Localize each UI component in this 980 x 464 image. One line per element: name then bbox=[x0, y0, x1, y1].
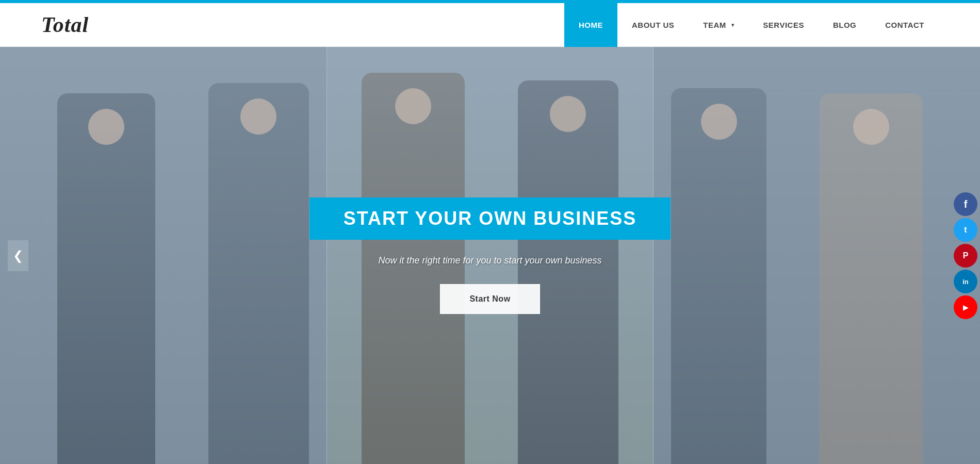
nav-item-blog[interactable]: BLOG bbox=[819, 3, 871, 47]
nav-item-about[interactable]: ABOUT US bbox=[617, 3, 689, 47]
facebook-button[interactable]: f bbox=[954, 192, 977, 216]
prev-slide-button[interactable]: ❮ bbox=[8, 240, 28, 271]
person-figure-5 bbox=[671, 88, 766, 464]
person-figure-2 bbox=[208, 83, 309, 464]
nav-item-contact[interactable]: CONTACT bbox=[871, 3, 939, 47]
pinterest-icon: P bbox=[963, 251, 969, 260]
linkedin-button[interactable]: in bbox=[954, 270, 977, 293]
linkedin-icon: in bbox=[962, 278, 969, 286]
hero-cta-button[interactable]: Start Now bbox=[440, 284, 540, 314]
chevron-left-icon: ❮ bbox=[13, 248, 23, 263]
facebook-icon: f bbox=[964, 198, 968, 210]
site-logo[interactable]: Total bbox=[41, 12, 89, 37]
youtube-icon: ▶ bbox=[963, 303, 969, 311]
hero-content: START YOUR OWN BUSINESS Now it the right… bbox=[309, 197, 671, 314]
youtube-button[interactable]: ▶ bbox=[954, 295, 977, 319]
site-header: Total HOME ABOUT US TEAM ▾ SERVICES BLOG… bbox=[0, 3, 980, 47]
main-nav: HOME ABOUT US TEAM ▾ SERVICES BLOG CONTA… bbox=[564, 3, 939, 47]
nav-item-team[interactable]: TEAM ▾ bbox=[689, 3, 748, 47]
chevron-down-icon: ▾ bbox=[731, 22, 734, 28]
nav-item-home[interactable]: HOME bbox=[564, 3, 617, 47]
twitter-icon: t bbox=[964, 225, 967, 235]
hero-headline: START YOUR OWN BUSINESS bbox=[330, 208, 650, 229]
pinterest-button[interactable]: P bbox=[954, 244, 977, 268]
twitter-button[interactable]: t bbox=[954, 218, 977, 242]
social-sidebar: f t P in ▶ bbox=[954, 192, 980, 319]
person-figure-6 bbox=[820, 93, 923, 464]
hero-headline-box: START YOUR OWN BUSINESS bbox=[309, 197, 671, 240]
hero-subtext: Now it the right time for you to start y… bbox=[309, 255, 671, 266]
nav-item-services[interactable]: SERVICES bbox=[748, 3, 819, 47]
person-figure-1 bbox=[57, 93, 155, 464]
hero-section: ❮ START YOUR OWN BUSINESS Now it the rig… bbox=[0, 47, 980, 464]
